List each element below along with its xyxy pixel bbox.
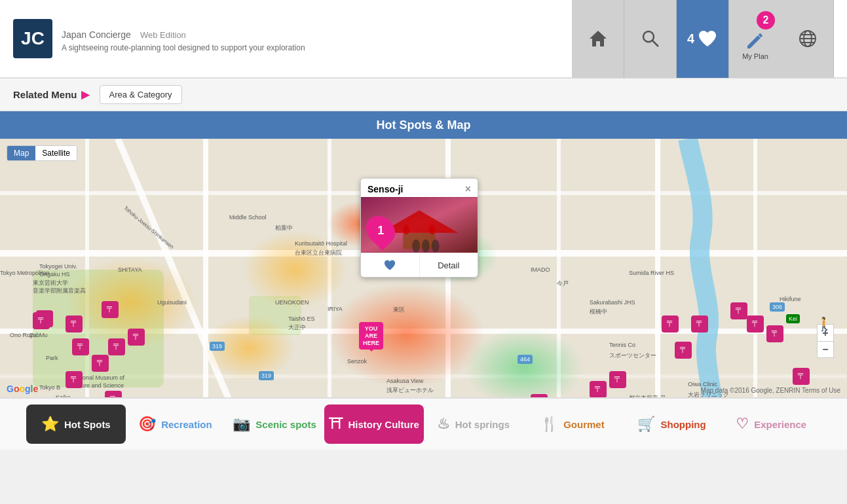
favorites-count: 4 — [687, 31, 694, 46]
recreation-icon: 🎯 — [138, 416, 156, 433]
map-pin-42[interactable]: 〒 — [609, 371, 626, 388]
map-pin-49[interactable]: 〒 — [730, 302, 747, 319]
tab-history-culture[interactable]: ⛩ History Culture — [324, 405, 424, 444]
map-label-asakusa-view: Asakusa View — [386, 378, 423, 384]
popup-header: Senso-ji × — [361, 179, 478, 197]
tab-shopping-label: Shopping — [660, 419, 706, 430]
popup-detail-button[interactable]: Detail — [420, 253, 478, 277]
svg-rect-15 — [753, 139, 757, 397]
map-container[interactable]: UENOKOEN Zoo Park National Museum of Nat… — [0, 139, 847, 397]
map-label-taishō2: 大正中 — [288, 323, 306, 332]
heart-icon — [697, 28, 718, 49]
map-title-bar: Hot Spots & Map — [0, 111, 847, 139]
location-popup: Senso-ji × — [360, 178, 478, 278]
map-label-sumida: Sumida River HS — [629, 270, 674, 276]
tab-shopping[interactable]: 🛒 Shopping — [622, 405, 722, 444]
popup-close-button[interactable]: × — [465, 184, 471, 194]
map-label-tokyo-bun: Tokyo B — [39, 384, 60, 391]
scenic-spots-icon: 📷 — [233, 416, 250, 433]
home-icon — [588, 28, 609, 49]
tab-hot-springs[interactable]: ♨ Hot springs — [424, 405, 523, 444]
zoom-out-button[interactable]: − — [817, 341, 834, 358]
map-pin-6[interactable]: 〒 — [108, 338, 125, 355]
svg-point-35 — [422, 240, 430, 253]
map-pin-41[interactable]: 〒 — [590, 381, 607, 397]
map-label-taito: 東区 — [393, 306, 405, 314]
map-label-hikifune: Hikifune — [780, 296, 801, 302]
map-label-hospital: 台東区立台東病院 — [295, 249, 342, 257]
shopping-icon: 🛒 — [637, 416, 655, 433]
category-tabs: ⭐ Hot Spots 🎯 Recreation 📷 Scenic spots … — [0, 397, 847, 450]
related-menu-label: Related Menu — [13, 89, 77, 100]
area-category-button[interactable]: Area & Category — [100, 85, 182, 104]
map-pin-45[interactable]: 〒 — [662, 315, 679, 333]
map-pin-7[interactable]: 〒 — [128, 329, 145, 346]
map-pin-50[interactable]: 〒 — [747, 315, 764, 333]
svg-point-34 — [412, 240, 420, 253]
header: JC Japan Concierge Web Edition A sightse… — [0, 0, 847, 79]
logo-area: JC Japan Concierge Web Edition A sightse… — [13, 19, 305, 58]
svg-point-0 — [643, 31, 654, 42]
map-label-ongakuhs: Ongaku HS — [39, 271, 70, 278]
map-label-geijutsu2: 音楽学部附属音楽高 — [33, 287, 86, 295]
experience-icon: ♡ — [736, 416, 749, 433]
map-pin-5[interactable]: 〒 — [92, 355, 109, 372]
tab-gourmet-label: Gourmet — [563, 419, 605, 430]
map-label-middle-school: Middle School — [229, 214, 267, 221]
map-label-toritsu: 都立本所高 又 — [629, 394, 666, 397]
map-pin-2[interactable]: 〒 — [66, 315, 83, 333]
route-badge-306: 306 — [770, 302, 785, 312]
popup-actions: Detail — [361, 253, 478, 277]
search-button[interactable] — [624, 0, 677, 78]
route-badge-319b: 319 — [259, 371, 274, 380]
map-pin-46[interactable]: 〒 — [675, 342, 692, 359]
map-label-sakura: Sakurabashi JHS — [590, 299, 635, 306]
app-name: Japan Concierge Web Edition — [62, 25, 305, 42]
map-pin-36[interactable]: 〒 — [531, 394, 548, 397]
hot-spots-icon: ⭐ — [41, 416, 59, 433]
tab-gourmet[interactable]: 🍴 Gourmet — [523, 405, 622, 444]
map-pin-55[interactable]: 〒 — [793, 368, 810, 385]
map-type-map-button[interactable]: Map — [7, 146, 35, 160]
globe-button[interactable] — [781, 0, 834, 78]
my-plan-button[interactable]: 2 My Plan — [729, 0, 781, 78]
popup-image: 1 — [361, 197, 478, 253]
tab-scenic-spots[interactable]: 📷 Scenic spots — [225, 405, 324, 444]
favorites-button[interactable]: 4 — [677, 0, 729, 78]
tab-experience-label: Experience — [754, 419, 806, 430]
map-type-satellite-button[interactable]: Satellite — [35, 146, 77, 160]
map-label-taishō: Taishō ES — [288, 315, 315, 322]
map-label-asakusa-view2: 浅草ビューホテル — [386, 386, 434, 395]
map-label-kaikan: Kaika — [56, 394, 71, 397]
related-menu: Related Menu ▶ — [13, 88, 89, 101]
tab-experience[interactable]: ♡ Experience — [721, 405, 821, 444]
map-pin-12[interactable]: 〒 — [105, 391, 122, 397]
map-label-imado: IMADO — [531, 266, 550, 273]
map-pin-4[interactable]: 〒 — [72, 338, 89, 355]
map-background: UENOKOEN Zoo Park National Museum of Nat… — [0, 139, 847, 397]
tab-hot-spots[interactable]: ⭐ Hot Spots — [26, 405, 126, 444]
tab-hot-spots-label: Hot Spots — [64, 419, 111, 430]
map-label-royalmu: Ono Royal Mu — [10, 332, 48, 338]
svg-point-32 — [403, 225, 409, 235]
map-attribution: Map data ©2016 Google, ZENRIN Terms of U… — [701, 387, 840, 394]
globe-icon — [797, 28, 818, 49]
home-button[interactable] — [572, 0, 624, 78]
map-pin-3[interactable]: 〒 — [102, 301, 119, 318]
street-view-icon[interactable]: 🚶 — [816, 316, 833, 332]
map-type-control: Map Satellite — [7, 145, 77, 161]
popup-like-button[interactable] — [361, 253, 420, 277]
sub-header: Related Menu ▶ Area & Category — [0, 79, 847, 111]
map-pin-8[interactable]: 〒 — [66, 371, 83, 388]
map-label-tennis: Tennis Co — [609, 342, 635, 348]
related-menu-arrow-icon: ▶ — [81, 88, 89, 101]
tab-recreation[interactable]: 🎯 Recreation — [126, 405, 225, 444]
map-pin-52[interactable]: 〒 — [691, 315, 708, 333]
map-pin-51[interactable]: 〒 — [33, 312, 50, 329]
map-pin-53[interactable]: 〒 — [766, 325, 783, 342]
map-label-park: Park — [46, 355, 58, 361]
search-icon — [640, 28, 661, 49]
route-badge-464: 464 — [518, 355, 533, 364]
map-title: Hot Spots & Map — [377, 118, 471, 132]
svg-line-1 — [652, 41, 658, 46]
